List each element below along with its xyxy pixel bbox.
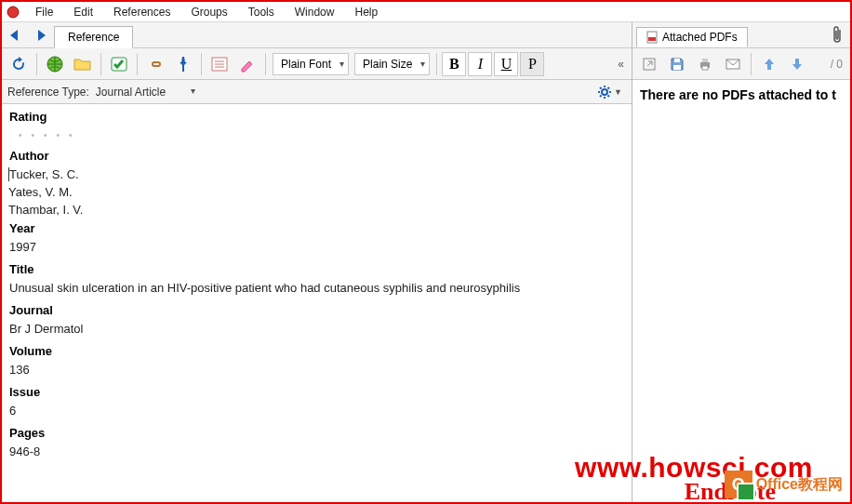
issue-label: Issue [2,382,632,402]
menu-edit[interactable]: Edit [64,4,102,20]
print-icon[interactable] [692,51,718,77]
list-icon[interactable] [206,51,233,77]
svg-rect-3 [182,65,184,72]
title-value[interactable]: Unusual skin ulceration in an HIV-positi… [2,279,632,300]
author-label: Author [2,146,632,166]
rating-stars[interactable]: ••••• [2,126,632,146]
ref-type-select[interactable]: Journal Article [91,84,200,100]
issue-value[interactable]: 6 [2,402,632,423]
svg-point-5 [602,89,607,95]
open-external-icon[interactable] [636,51,662,77]
left-toolbar: Plain Font Plain Size B I U P « [2,48,632,80]
paperclip-icon[interactable] [824,26,850,45]
menu-tools[interactable]: Tools [239,4,284,20]
pages-label: Pages [2,423,632,443]
volume-value[interactable]: 136 [2,361,632,382]
left-nav-row: Reference [2,22,632,48]
refresh-icon[interactable] [6,51,32,77]
ref-type-bar: Reference Type: Journal Article ▼ [2,80,632,104]
font-size-select[interactable]: Plain Size [354,53,430,75]
svg-rect-9 [673,65,681,70]
title-label: Title [2,259,632,279]
right-toolbar: / 0 [632,48,850,80]
app-icon [6,5,20,20]
menu-references[interactable]: References [104,4,180,20]
email-icon[interactable] [720,51,746,77]
checkmark-icon[interactable] [106,51,132,77]
author-line[interactable]: Yates, V. M. [2,183,632,201]
page-count: / 0 [831,58,846,71]
journal-label: Journal [2,300,632,320]
plain-button[interactable]: P [520,52,544,76]
bold-button[interactable]: B [442,52,466,76]
year-label: Year [2,219,632,238]
menu-window[interactable]: Window [286,4,344,20]
svg-rect-13 [702,66,708,70]
pages-value[interactable]: 946-8 [2,443,632,464]
back-button[interactable] [4,24,26,46]
volume-label: Volume [2,341,632,361]
right-nav-row: Attached PDFs [632,22,850,48]
highlight-icon[interactable] [234,51,260,77]
svg-rect-12 [702,59,708,62]
fields-pane[interactable]: Rating ••••• Author Tucker, S. C. Yates,… [2,104,632,502]
tab-reference[interactable]: Reference [54,26,133,48]
year-value[interactable]: 1997 [2,238,632,259]
expand-icon[interactable]: « [618,58,624,71]
svg-point-0 [7,7,19,18]
underline-button[interactable]: U [494,52,518,76]
arrow-up-icon[interactable] [756,51,782,77]
author-line[interactable]: Thambar, I. V. [2,201,632,219]
tab-attached-pdfs[interactable]: Attached PDFs [636,27,748,47]
menubar: File Edit References Groups Tools Window… [2,2,850,22]
menu-groups[interactable]: Groups [181,4,236,20]
gear-icon [597,85,612,99]
folder-open-icon[interactable] [70,51,96,77]
author-line[interactable]: Tucker, S. C. [2,166,632,183]
no-pdf-message: There are no PDFs attached to t [632,80,850,110]
svg-rect-7 [648,37,656,41]
ref-type-label: Reference Type: [7,86,89,99]
options-gear-button[interactable]: ▼ [593,85,626,99]
forward-button[interactable] [30,24,52,46]
journal-value[interactable]: Br J Dermatol [2,320,632,341]
link-icon[interactable] [142,51,168,77]
save-icon[interactable] [664,51,690,77]
pdf-icon [646,31,658,44]
pin-icon[interactable] [170,51,196,77]
menu-help[interactable]: Help [345,4,387,20]
svg-rect-10 [674,59,680,62]
menu-file[interactable]: File [26,4,62,20]
italic-button[interactable]: I [468,52,492,76]
globe-icon[interactable] [42,51,68,77]
rating-label: Rating [2,104,632,126]
font-name-select[interactable]: Plain Font [273,53,349,75]
arrow-down-icon[interactable] [784,51,810,77]
